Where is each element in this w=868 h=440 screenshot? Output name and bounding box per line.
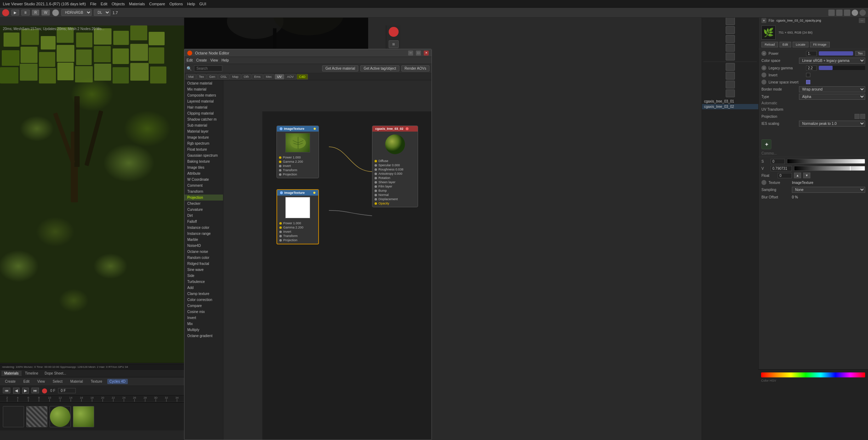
sub-tab-edit[interactable]: Edit: [21, 379, 32, 384]
node-image-texture-2[interactable]: ImageTexture Power 1.000 Gamma 2.200: [276, 189, 319, 244]
ne-tab-gen[interactable]: Gen: [207, 74, 218, 80]
tab-dopesheet[interactable]: Dope Sheet...: [42, 371, 69, 376]
side-item-noise4d[interactable]: Noise4D: [184, 243, 223, 249]
view-btn1[interactable]: [828, 10, 835, 16]
get-active-material-btn[interactable]: Get Active material: [322, 65, 358, 71]
frp-icon7[interactable]: [726, 63, 735, 71]
view-btn5[interactable]: [860, 10, 866, 16]
rp-file-browse-btn[interactable]: ⋯: [859, 18, 865, 23]
side-item-dirt[interactable]: Dirt: [184, 213, 223, 219]
ne-menu-create[interactable]: Create: [196, 58, 207, 62]
maximize-btn[interactable]: □: [416, 51, 421, 56]
side-item-mix-material[interactable]: Mix material: [184, 86, 223, 92]
ne-tab-ems[interactable]: Ems: [252, 74, 263, 80]
side-item-mix[interactable]: Mix: [184, 321, 223, 327]
minimize-btn[interactable]: ─: [408, 51, 413, 56]
frp-icon6[interactable]: [726, 53, 735, 60]
rp-float-stepper-up[interactable]: ▲: [794, 173, 801, 178]
ne-menu-help[interactable]: Help: [222, 58, 229, 62]
rp-type-select[interactable]: Alpha: [799, 94, 865, 100]
rp-s-slider[interactable]: [787, 159, 865, 164]
view-btn4[interactable]: [852, 10, 858, 16]
render-aovs-btn[interactable]: Render AOVs: [401, 65, 429, 71]
side-item-w-coord[interactable]: W Coordinate: [184, 176, 223, 183]
frp-icon4[interactable]: [726, 35, 735, 43]
side-item-material-layer[interactable]: Material layer: [184, 128, 223, 134]
sub-tab-cycles4d[interactable]: Cycles 4D: [107, 379, 128, 384]
side-item-comment[interactable]: Comment: [184, 183, 223, 189]
side-item-color-correction[interactable]: Color correction: [184, 297, 223, 303]
rp-v-input[interactable]: [771, 166, 792, 171]
side-item-compare[interactable]: Compare: [184, 303, 223, 309]
side-item-curvature[interactable]: Curvature: [184, 207, 223, 213]
rp-power-tex-btn[interactable]: Tex: [855, 51, 865, 56]
ne-tab-aov[interactable]: AOV: [285, 74, 296, 80]
ne-tab-uv[interactable]: UV: [275, 74, 284, 80]
side-item-octane-gradient[interactable]: Octane gradient: [184, 333, 223, 339]
side-item-clipping[interactable]: Clipping material: [184, 110, 223, 116]
side-item-projection[interactable]: Projection: [184, 195, 223, 201]
tab-materials[interactable]: Materials: [1, 371, 22, 376]
frp-icon8[interactable]: [726, 72, 735, 80]
ne-tab-tex[interactable]: Tex: [196, 74, 206, 80]
render-btn[interactable]: ▶: [11, 10, 19, 16]
side-item-cosine-mix[interactable]: Cosine mix: [184, 309, 223, 315]
prev-frame-btn[interactable]: ⏮: [3, 388, 10, 393]
rp-ies-select[interactable]: Normalize peak to 1.0: [799, 121, 865, 127]
mat-thumb-3[interactable]: [50, 406, 71, 427]
mat-thumb-1[interactable]: [3, 406, 24, 427]
side-item-clamp-texture[interactable]: Clamp texture: [184, 291, 223, 297]
menu-help[interactable]: Help: [187, 2, 195, 6]
rp-power-slider[interactable]: [819, 51, 853, 56]
proj-icon1[interactable]: [855, 114, 860, 119]
sub-tab-texture[interactable]: Texture: [88, 379, 105, 384]
side-item-image-tiles[interactable]: Image tiles: [184, 164, 223, 170]
ne-menu-edit[interactable]: Edit: [187, 58, 193, 62]
get-active-tag-btn[interactable]: Get Active tag/object: [360, 65, 399, 71]
rp-float-stepper-down[interactable]: ▼: [803, 173, 810, 178]
sub-tab-select[interactable]: Select: [50, 379, 65, 384]
frp-icon3[interactable]: [726, 26, 735, 34]
side-item-sine-wave[interactable]: Sine wave: [184, 267, 223, 273]
ne-tab-mat[interactable]: Mat: [186, 74, 196, 80]
view-btn2[interactable]: [836, 10, 843, 16]
menu-objects[interactable]: Objects: [112, 2, 125, 6]
frame-field[interactable]: 0 F: [58, 388, 76, 393]
ne-canvas[interactable]: ImageTexture: [262, 111, 432, 440]
frp-icon5[interactable]: [726, 44, 735, 52]
menu-compare[interactable]: Compare: [149, 2, 165, 6]
sub-tab-view[interactable]: View: [34, 379, 48, 384]
side-item-instance-range[interactable]: Instance range: [184, 231, 223, 237]
next-frame-btn[interactable]: ⏭: [32, 388, 39, 393]
side-item-shadow[interactable]: Shadow catcher m: [184, 116, 223, 122]
rp-sampling-select[interactable]: None: [792, 187, 865, 193]
side-item-add[interactable]: Add: [184, 285, 223, 291]
hdr-select[interactable]: HDR/sRGB: [61, 9, 92, 16]
mat-thumb-2[interactable]: [26, 406, 47, 427]
rp-colorspace-select[interactable]: Linear sRGB + legacy gamma: [799, 58, 865, 64]
side-item-octane-noise[interactable]: Octane noise: [184, 249, 223, 255]
ne-menu-view[interactable]: View: [210, 58, 218, 62]
rp-fit-image-btn[interactable]: Fit Image: [810, 42, 830, 47]
rp-linearinvert-checkbox[interactable]: [806, 80, 810, 84]
rp-expand-icon[interactable]: ▼: [761, 18, 766, 23]
menu-options[interactable]: Options: [169, 2, 183, 6]
rp-power-input[interactable]: [806, 51, 817, 56]
node-image-texture-1[interactable]: ImageTexture: [276, 126, 319, 178]
r-btn[interactable]: R: [32, 10, 39, 16]
hue-slider[interactable]: [761, 372, 865, 377]
menu-edit[interactable]: Edit: [101, 2, 107, 6]
side-item-side[interactable]: Side: [184, 273, 223, 279]
dl-select[interactable]: DL: [94, 9, 110, 16]
lv-btn1[interactable]: ⊞: [389, 40, 399, 48]
proj-icon2[interactable]: [860, 114, 865, 119]
viewport-3d[interactable]: 20ms; MeshSam:157ms; Updates:20ms; Mesh:…: [0, 25, 184, 369]
rp-reload-btn[interactable]: Reload: [761, 42, 778, 47]
sub-tab-create[interactable]: Create: [2, 379, 18, 384]
frp-icon9[interactable]: [726, 81, 735, 88]
side-item-layered[interactable]: Layered material: [184, 98, 223, 104]
ne-tab-osl[interactable]: OSL: [218, 74, 229, 80]
side-item-falloff[interactable]: Falloff: [184, 219, 223, 225]
side-item-marble[interactable]: Marble: [184, 237, 223, 243]
rp-script-icon[interactable]: ✦: [761, 139, 771, 149]
